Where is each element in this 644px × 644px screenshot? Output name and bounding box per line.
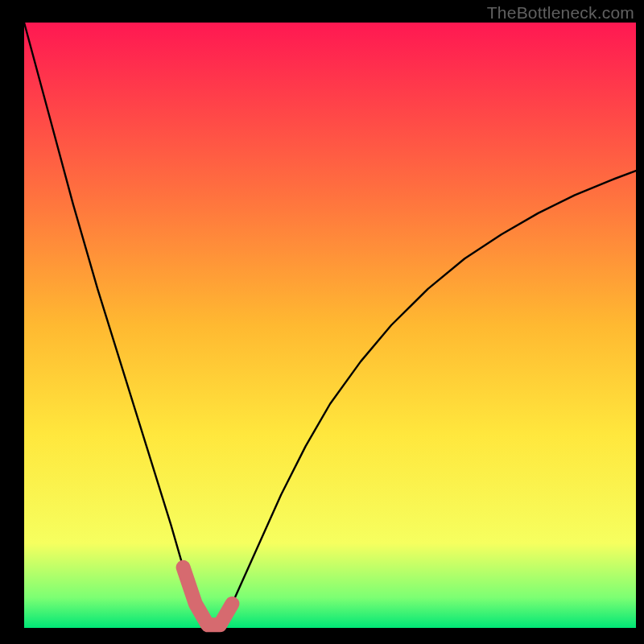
bottleneck-chart — [0, 0, 644, 644]
plot-background — [24, 23, 636, 628]
chart-stage: TheBottleneck.com — [0, 0, 644, 644]
watermark-text: TheBottleneck.com — [487, 3, 634, 23]
